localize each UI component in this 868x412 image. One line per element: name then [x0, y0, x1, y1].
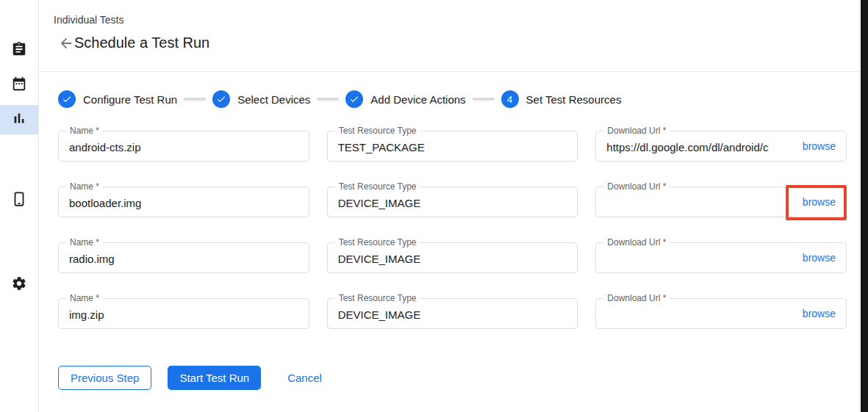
download-url-field: Download Url * browse	[595, 298, 847, 329]
resource-type-label: Test Resource Type	[335, 237, 420, 248]
step-set-test-resources[interactable]: 4 Set Test Resources	[501, 90, 622, 108]
resource-name-field: Name *	[58, 131, 309, 162]
browse-link[interactable]: browse	[803, 140, 836, 152]
download-url-label: Download Url *	[603, 237, 670, 248]
stepper: Configure Test Run Select Devices Add De…	[58, 90, 621, 108]
previous-step-button[interactable]: Previous Step	[58, 366, 151, 390]
browse-link[interactable]: browse	[803, 252, 836, 264]
download-url-label: Download Url *	[603, 181, 670, 192]
sidebar-item-test-plans[interactable]	[0, 71, 38, 100]
main-content: Individual Tests Schedule a Test Run Con…	[39, 0, 861, 412]
step-label: Select Devices	[237, 93, 310, 106]
page-header: Individual Tests Schedule a Test Run	[39, 0, 861, 51]
step-configure-test-run[interactable]: Configure Test Run	[58, 90, 177, 108]
step-label: Set Test Resources	[526, 93, 622, 106]
resource-name-label: Name *	[66, 293, 103, 304]
resource-type-field: Test Resource Type	[327, 298, 578, 329]
browse-link[interactable]: browse	[803, 308, 836, 319]
step-connector	[317, 98, 339, 101]
step-select-devices[interactable]: Select Devices	[212, 90, 310, 108]
resource-name-label: Name *	[66, 181, 103, 192]
right-edge-strip	[861, 0, 868, 412]
clipboard-icon	[11, 41, 27, 60]
step-complete-check-icon	[212, 90, 230, 108]
start-test-run-button[interactable]: Start Test Run	[168, 366, 261, 390]
gear-icon	[11, 275, 27, 294]
resource-type-label: Test Resource Type	[335, 293, 420, 304]
resource-type-field: Test Resource Type	[327, 242, 578, 273]
header-divider	[39, 71, 861, 72]
back-arrow-icon[interactable]	[58, 35, 74, 51]
download-url-field: Download Url * browse	[595, 242, 847, 273]
sidebar	[0, 0, 39, 412]
sidebar-item-settings[interactable]	[0, 270, 38, 300]
step-complete-check-icon	[58, 90, 76, 108]
resource-type-label: Test Resource Type	[335, 181, 420, 192]
cancel-button[interactable]: Cancel	[276, 366, 334, 390]
resource-name-field: Name *	[58, 298, 309, 329]
step-label: Add Device Actions	[370, 93, 465, 106]
download-url-field: Download Url * browse	[595, 131, 847, 162]
resource-name-field: Name *	[58, 187, 309, 217]
step-add-device-actions[interactable]: Add Device Actions	[345, 90, 465, 108]
step-label: Configure Test Run	[83, 93, 177, 106]
step-number-badge: 4	[501, 90, 519, 108]
resource-name-label: Name *	[66, 237, 103, 248]
resource-grid: Name * Test Resource Type Download Url *…	[58, 131, 847, 329]
resource-type-field: Test Resource Type	[327, 131, 578, 162]
download-url-field: Download Url * browse	[595, 187, 847, 217]
resource-type-field: Test Resource Type	[327, 187, 578, 217]
step-connector	[473, 98, 495, 101]
resource-name-field: Name *	[58, 242, 309, 273]
download-url-label: Download Url *	[603, 126, 670, 137]
resource-name-label: Name *	[66, 126, 103, 137]
step-complete-check-icon	[345, 90, 363, 108]
page-title: Schedule a Test Run	[74, 35, 209, 51]
sidebar-item-tests[interactable]	[0, 36, 38, 65]
sidebar-item-test-results[interactable]	[0, 105, 38, 134]
step-connector	[184, 98, 206, 101]
download-url-label: Download Url *	[603, 293, 670, 304]
action-buttons: Previous Step Start Test Run Cancel	[58, 366, 334, 390]
phone-icon	[11, 191, 27, 210]
resource-type-label: Test Resource Type	[335, 126, 420, 137]
breadcrumb: Individual Tests	[54, 14, 861, 26]
sidebar-item-devices[interactable]	[0, 186, 38, 215]
bar-chart-icon	[11, 110, 27, 129]
calendar-icon	[11, 76, 27, 95]
browse-link[interactable]: browse	[803, 196, 836, 208]
